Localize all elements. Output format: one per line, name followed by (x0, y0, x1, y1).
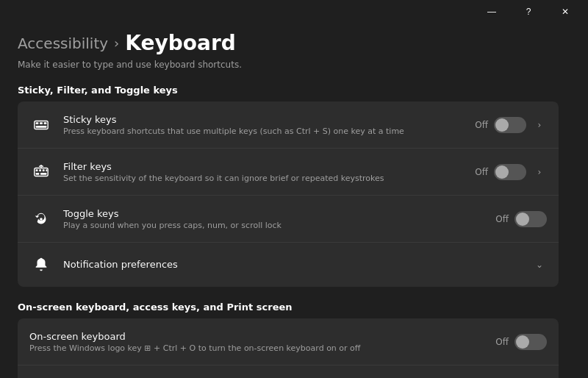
toggle-keys-item[interactable]: Toggle keys Play a sound when you press … (18, 196, 559, 243)
main-content: Accessibility › Keyboard Make it easier … (0, 24, 588, 378)
toggle-keys-icon (29, 207, 53, 231)
sticky-keys-item[interactable]: Sticky keys Press keyboard shortcuts tha… (18, 101, 559, 149)
notification-prefs-text: Notification preferences (63, 259, 532, 271)
filter-keys-toggle[interactable] (494, 164, 526, 180)
notification-prefs-name: Notification preferences (63, 259, 532, 270)
filter-keys-desc: Set the sensitivity of the keyboard so i… (63, 174, 475, 183)
svg-rect-2 (40, 122, 43, 124)
onscreen-keyboard-group: On-screen keyboard Press the Windows log… (18, 318, 559, 378)
onscreen-keyboard-control: Off (495, 334, 547, 350)
onscreen-keyboard-toggle[interactable] (514, 334, 547, 350)
filter-keys-icon (29, 160, 53, 184)
svg-rect-11 (40, 172, 46, 174)
title-bar: — ? ✕ (0, 0, 588, 24)
sticky-keys-status: Off (475, 120, 488, 130)
onscreen-keyboard-item[interactable]: On-screen keyboard Press the Windows log… (18, 318, 559, 365)
filter-keys-status: Off (475, 167, 488, 177)
filter-keys-control: Off › (475, 164, 547, 180)
toggle-keys-control: Off (495, 211, 547, 227)
notification-bell-icon (29, 253, 53, 277)
page-title: Keyboard (125, 31, 235, 55)
help-button[interactable]: ? (512, 0, 545, 24)
onscreen-keyboard-text: On-screen keyboard Press the Windows log… (29, 331, 495, 353)
toggle-keys-text: Toggle keys Play a sound when you press … (63, 208, 495, 230)
svg-rect-6 (36, 169, 38, 171)
sticky-filter-toggle-group: Sticky keys Press keyboard shortcuts tha… (18, 101, 559, 287)
toggle-keys-desc: Play a sound when you press caps, num, o… (63, 221, 495, 230)
sticky-keys-text: Sticky keys Press keyboard shortcuts tha… (63, 114, 475, 136)
breadcrumb-parent[interactable]: Accessibility (18, 35, 108, 52)
sticky-keys-chevron: › (532, 118, 547, 132)
sticky-keys-name: Sticky keys (63, 114, 475, 125)
sticky-keys-toggle[interactable] (494, 117, 526, 133)
minimize-button[interactable]: — (475, 0, 509, 24)
section-title-onscreen: On-screen keyboard, access keys, and Pri… (18, 302, 559, 313)
toggle-keys-toggle[interactable] (514, 211, 547, 227)
sticky-keys-control: Off › (475, 117, 547, 133)
svg-rect-8 (43, 169, 45, 171)
svg-rect-1 (36, 122, 39, 124)
svg-rect-0 (35, 121, 48, 129)
svg-rect-10 (36, 172, 40, 174)
filter-keys-name: Filter keys (63, 161, 475, 172)
breadcrumb: Accessibility › Keyboard (18, 31, 559, 55)
svg-rect-9 (46, 169, 47, 171)
notification-prefs-chevron: ⌄ (532, 257, 547, 272)
svg-rect-7 (39, 169, 41, 171)
svg-point-13 (40, 218, 43, 221)
svg-rect-4 (36, 125, 47, 127)
underline-access-item[interactable]: Underline access keys Access keys will b… (18, 365, 559, 378)
breadcrumb-separator: › (114, 35, 119, 51)
page-subtitle: Make it easier to type and use keyboard … (18, 60, 559, 70)
notification-prefs-item[interactable]: Notification preferences ⌄ (18, 243, 559, 287)
filter-keys-text: Filter keys Set the sensitivity of the k… (63, 161, 475, 183)
toggle-keys-status: Off (495, 214, 509, 224)
sticky-keys-desc: Press keyboard shortcuts that use multip… (63, 126, 475, 136)
close-button[interactable]: ✕ (548, 0, 582, 24)
onscreen-keyboard-desc: Press the Windows logo key ⊞ + Ctrl + O … (29, 343, 495, 353)
svg-rect-5 (35, 168, 48, 176)
sticky-keys-icon (29, 113, 53, 137)
toggle-keys-name: Toggle keys (63, 208, 495, 219)
onscreen-keyboard-name: On-screen keyboard (29, 331, 495, 342)
svg-rect-3 (44, 122, 47, 124)
filter-keys-chevron: › (532, 165, 547, 179)
section-title-sticky: Sticky, Filter, and Toggle keys (18, 85, 559, 96)
onscreen-keyboard-status: Off (495, 337, 509, 347)
filter-keys-item[interactable]: Filter keys Set the sensitivity of the k… (18, 149, 559, 196)
